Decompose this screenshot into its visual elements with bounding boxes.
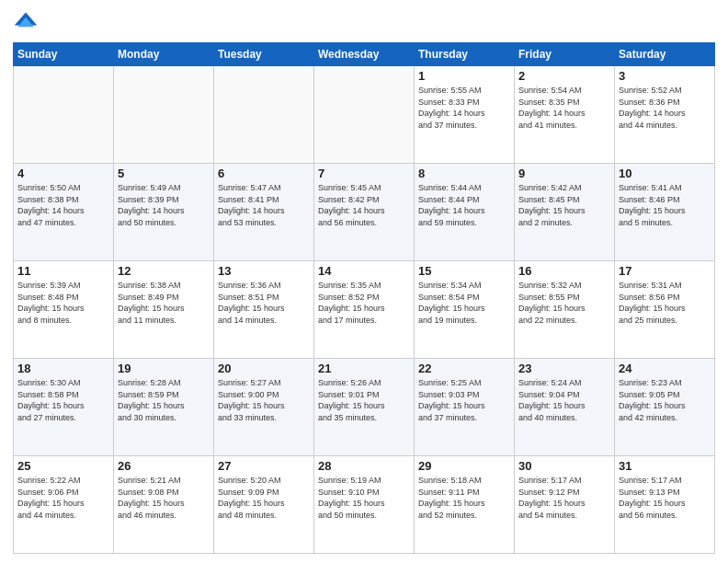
day-cell-9: 9Sunrise: 5:42 AM Sunset: 8:45 PM Daylig… (515, 164, 615, 261)
day-cell-26: 26Sunrise: 5:21 AM Sunset: 9:08 PM Dayli… (114, 456, 214, 554)
day-cell-10: 10Sunrise: 5:41 AM Sunset: 8:46 PM Dayli… (615, 164, 715, 261)
day-details: Sunrise: 5:50 AM Sunset: 8:38 PM Dayligh… (17, 182, 109, 228)
day-number: 23 (518, 362, 610, 375)
day-details: Sunrise: 5:34 AM Sunset: 8:54 PM Dayligh… (418, 280, 510, 326)
day-number: 9 (518, 167, 610, 180)
day-details: Sunrise: 5:21 AM Sunset: 9:08 PM Dayligh… (118, 475, 210, 521)
day-number: 15 (418, 264, 510, 278)
day-cell-27: 27Sunrise: 5:20 AM Sunset: 9:09 PM Dayli… (214, 456, 314, 554)
day-number: 17 (619, 264, 711, 278)
day-cell-19: 19Sunrise: 5:28 AM Sunset: 8:59 PM Dayli… (114, 359, 214, 456)
day-cell-17: 17Sunrise: 5:31 AM Sunset: 8:56 PM Dayli… (615, 261, 715, 359)
day-number: 6 (218, 167, 310, 180)
day-number: 10 (619, 167, 711, 180)
day-number: 27 (218, 459, 310, 473)
day-cell-20: 20Sunrise: 5:27 AM Sunset: 9:00 PM Dayli… (214, 359, 314, 456)
day-details: Sunrise: 5:23 AM Sunset: 9:05 PM Dayligh… (619, 377, 711, 423)
calendar: SundayMondayTuesdayWednesdayThursdayFrid… (13, 42, 715, 554)
day-cell-25: 25Sunrise: 5:22 AM Sunset: 9:06 PM Dayli… (14, 456, 114, 554)
day-number: 25 (17, 459, 109, 473)
header (13, 9, 715, 35)
day-details: Sunrise: 5:35 AM Sunset: 8:52 PM Dayligh… (318, 280, 410, 326)
day-number: 2 (518, 69, 610, 83)
col-header-friday: Friday (515, 43, 615, 66)
day-number: 11 (17, 264, 109, 278)
day-details: Sunrise: 5:42 AM Sunset: 8:45 PM Dayligh… (518, 182, 610, 228)
day-cell-13: 13Sunrise: 5:36 AM Sunset: 8:51 PM Dayli… (214, 261, 314, 359)
day-details: Sunrise: 5:38 AM Sunset: 8:49 PM Dayligh… (118, 280, 210, 326)
logo-icon (13, 9, 39, 35)
day-details: Sunrise: 5:41 AM Sunset: 8:46 PM Dayligh… (619, 182, 711, 228)
day-number: 24 (619, 362, 711, 375)
calendar-week-1: 1Sunrise: 5:55 AM Sunset: 8:33 PM Daylig… (14, 66, 715, 164)
day-details: Sunrise: 5:55 AM Sunset: 8:33 PM Dayligh… (418, 85, 510, 131)
day-cell-7: 7Sunrise: 5:45 AM Sunset: 8:42 PM Daylig… (314, 164, 415, 261)
day-details: Sunrise: 5:27 AM Sunset: 9:00 PM Dayligh… (218, 377, 310, 423)
day-number: 8 (418, 167, 510, 180)
day-cell-2: 2Sunrise: 5:54 AM Sunset: 8:35 PM Daylig… (515, 66, 615, 164)
day-details: Sunrise: 5:54 AM Sunset: 8:35 PM Dayligh… (518, 85, 610, 131)
day-details: Sunrise: 5:19 AM Sunset: 9:10 PM Dayligh… (318, 475, 410, 521)
day-cell-3: 3Sunrise: 5:52 AM Sunset: 8:36 PM Daylig… (615, 66, 715, 164)
empty-cell (314, 66, 415, 164)
day-number: 28 (318, 459, 410, 473)
calendar-header-row: SundayMondayTuesdayWednesdayThursdayFrid… (14, 43, 715, 66)
day-details: Sunrise: 5:20 AM Sunset: 9:09 PM Dayligh… (218, 475, 310, 521)
empty-cell (14, 66, 114, 164)
day-details: Sunrise: 5:44 AM Sunset: 8:44 PM Dayligh… (418, 182, 510, 228)
col-header-wednesday: Wednesday (314, 43, 415, 66)
col-header-thursday: Thursday (415, 43, 515, 66)
day-number: 30 (518, 459, 610, 473)
day-number: 22 (418, 362, 510, 375)
col-header-tuesday: Tuesday (214, 43, 314, 66)
day-cell-12: 12Sunrise: 5:38 AM Sunset: 8:49 PM Dayli… (114, 261, 214, 359)
day-number: 18 (17, 362, 109, 375)
col-header-monday: Monday (114, 43, 214, 66)
day-number: 13 (218, 264, 310, 278)
day-number: 16 (518, 264, 610, 278)
day-cell-23: 23Sunrise: 5:24 AM Sunset: 9:04 PM Dayli… (515, 359, 615, 456)
day-number: 4 (17, 167, 109, 180)
day-details: Sunrise: 5:36 AM Sunset: 8:51 PM Dayligh… (218, 280, 310, 326)
logo (13, 9, 42, 35)
empty-cell (114, 66, 214, 164)
day-details: Sunrise: 5:17 AM Sunset: 9:12 PM Dayligh… (518, 475, 610, 521)
day-details: Sunrise: 5:52 AM Sunset: 8:36 PM Dayligh… (619, 85, 711, 131)
day-cell-31: 31Sunrise: 5:17 AM Sunset: 9:13 PM Dayli… (615, 456, 715, 554)
day-number: 21 (318, 362, 410, 375)
day-details: Sunrise: 5:22 AM Sunset: 9:06 PM Dayligh… (17, 475, 109, 521)
day-cell-11: 11Sunrise: 5:39 AM Sunset: 8:48 PM Dayli… (14, 261, 114, 359)
day-number: 14 (318, 264, 410, 278)
day-cell-14: 14Sunrise: 5:35 AM Sunset: 8:52 PM Dayli… (314, 261, 415, 359)
day-number: 26 (118, 459, 210, 473)
day-number: 29 (418, 459, 510, 473)
day-details: Sunrise: 5:47 AM Sunset: 8:41 PM Dayligh… (218, 182, 310, 228)
day-number: 3 (619, 69, 711, 83)
calendar-week-4: 18Sunrise: 5:30 AM Sunset: 8:58 PM Dayli… (14, 359, 715, 456)
day-details: Sunrise: 5:32 AM Sunset: 8:55 PM Dayligh… (518, 280, 610, 326)
day-cell-16: 16Sunrise: 5:32 AM Sunset: 8:55 PM Dayli… (515, 261, 615, 359)
day-details: Sunrise: 5:39 AM Sunset: 8:48 PM Dayligh… (17, 280, 109, 326)
day-number: 31 (619, 459, 711, 473)
day-details: Sunrise: 5:24 AM Sunset: 9:04 PM Dayligh… (518, 377, 610, 423)
empty-cell (214, 66, 314, 164)
day-details: Sunrise: 5:25 AM Sunset: 9:03 PM Dayligh… (418, 377, 510, 423)
calendar-week-3: 11Sunrise: 5:39 AM Sunset: 8:48 PM Dayli… (14, 261, 715, 359)
day-cell-24: 24Sunrise: 5:23 AM Sunset: 9:05 PM Dayli… (615, 359, 715, 456)
day-number: 1 (418, 69, 510, 83)
day-details: Sunrise: 5:26 AM Sunset: 9:01 PM Dayligh… (318, 377, 410, 423)
day-details: Sunrise: 5:17 AM Sunset: 9:13 PM Dayligh… (619, 475, 711, 521)
day-cell-8: 8Sunrise: 5:44 AM Sunset: 8:44 PM Daylig… (415, 164, 515, 261)
col-header-sunday: Sunday (14, 43, 114, 66)
day-cell-6: 6Sunrise: 5:47 AM Sunset: 8:41 PM Daylig… (214, 164, 314, 261)
day-cell-15: 15Sunrise: 5:34 AM Sunset: 8:54 PM Dayli… (415, 261, 515, 359)
day-number: 20 (218, 362, 310, 375)
col-header-saturday: Saturday (615, 43, 715, 66)
day-details: Sunrise: 5:45 AM Sunset: 8:42 PM Dayligh… (318, 182, 410, 228)
day-cell-22: 22Sunrise: 5:25 AM Sunset: 9:03 PM Dayli… (415, 359, 515, 456)
calendar-week-5: 25Sunrise: 5:22 AM Sunset: 9:06 PM Dayli… (14, 456, 715, 554)
day-cell-1: 1Sunrise: 5:55 AM Sunset: 8:33 PM Daylig… (415, 66, 515, 164)
day-details: Sunrise: 5:31 AM Sunset: 8:56 PM Dayligh… (619, 280, 711, 326)
day-cell-29: 29Sunrise: 5:18 AM Sunset: 9:11 PM Dayli… (415, 456, 515, 554)
day-number: 5 (118, 167, 210, 180)
